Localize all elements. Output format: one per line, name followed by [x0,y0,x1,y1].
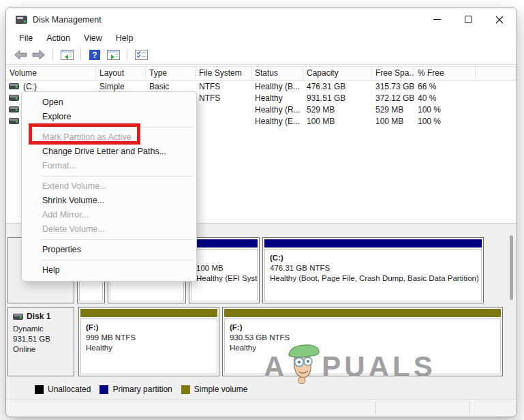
primary-partition-swatch [99,385,108,394]
volume-layout: Simple [96,82,146,91]
partition-size: 930.53 GB NTFS [230,333,500,343]
action-pane-icon [107,50,120,60]
status-bar-divider [375,402,376,415]
partition-color-bar [224,309,501,317]
disk-0-partition-c[interactable]: (C:) 476.31 GB NTFS Healthy (Boot, Page … [262,237,484,303]
volume-pct-free: 100 % [414,117,476,126]
partition-name: (F:) [230,322,500,333]
legend-label: Primary partition [112,385,172,394]
partition-name: (F:) [86,322,217,333]
scrollbar-thumb[interactable] [510,235,513,300]
volume-type: Basic [146,82,196,91]
column-header-file-system[interactable]: File System [196,67,251,80]
context-menu-help[interactable]: Help [22,263,196,278]
customize-view-icon [135,50,148,60]
menu-view[interactable]: View [77,33,109,43]
forward-arrow-icon [32,50,46,60]
context-menu-format[interactable]: Format... [22,159,196,173]
disk-0-partition-efi[interactable]: 100 MB Healthy (EFI System Partition) [189,237,260,303]
partition-color-bar [80,309,217,317]
help-button[interactable]: ? [87,47,102,62]
toolbar-separator [52,48,53,61]
volume-icon [9,95,19,101]
context-menu-change-drive-letter[interactable]: Change Drive Letter and Paths... [22,145,196,159]
volume-free-space: 372.12 GB [372,93,414,103]
help-icon: ? [89,50,100,60]
volume-icon [9,83,19,89]
disk-management-app-icon [16,16,27,24]
console-tree-button[interactable] [59,47,74,62]
volume-capacity: 476.31 GB [303,82,372,91]
column-header-type[interactable]: Type [146,67,196,80]
toolbar-separator [127,48,127,61]
customize-view-button[interactable] [134,47,149,62]
partition-color-bar [264,239,482,247]
titlebar: Disk Management [6,7,517,31]
column-header-pct-free[interactable]: % Free [414,67,476,80]
maximize-button[interactable] [452,7,484,31]
context-menu-separator [41,176,194,177]
column-header-layout[interactable]: Layout [96,67,146,80]
back-button[interactable] [13,47,28,62]
unallocated-swatch [35,385,44,394]
volume-free-space: 529 MB [372,105,414,115]
partition-size: 999 MB NTFS [86,333,217,343]
volume-file-system: NTFS [196,93,251,103]
volume-context-menu: Open Explore Mark Partition as Active Ch… [21,91,197,282]
partition-size: 100 MB [196,263,257,273]
volume-row-c[interactable]: (C:) Simple Basic NTFS Healthy (B... 476… [6,80,517,92]
context-menu-shrink-volume[interactable]: Shrink Volume... [22,194,196,208]
partition-status: Healthy (Boot, Page File, Crash Dump, Ba… [270,273,481,284]
legend-label: Simple volume [194,385,248,394]
volume-capacity: 529 MB [303,105,372,115]
close-button[interactable] [484,7,515,31]
status-bar [6,399,517,417]
context-menu-explore[interactable]: Explore [22,110,196,124]
forward-button[interactable] [31,47,46,62]
volume-pct-free: 100 % [414,105,476,115]
menu-file[interactable]: File [12,33,40,43]
legend-item-simple-volume: Simple volume [181,385,248,394]
context-menu-add-mirror[interactable]: Add Mirror... [22,208,196,222]
volume-status: Healthy [251,93,303,103]
action-pane-button[interactable] [106,47,121,62]
menu-action[interactable]: Action [40,33,77,43]
context-menu-open[interactable]: Open [22,95,196,110]
maximize-icon [465,16,472,23]
disk-type: Dynamic [13,324,74,334]
column-header-volume[interactable]: Volume [6,67,96,80]
disk-1-partition-f1[interactable]: (F:) 999 MB NTFS Healthy [78,307,219,376]
volume-status: Healthy (E... [251,117,303,126]
volume-free-space: 315.73 GB [372,82,414,91]
vertical-scrollbar[interactable] [507,224,516,400]
disk-management-window: Disk Management File Action View Help [5,7,517,417]
menu-help[interactable]: Help [109,33,140,43]
volume-pct-free: 66 % [414,82,476,91]
minimize-icon [433,19,441,20]
disk-1-label[interactable]: Disk 1 Dynamic 931.51 GB Online [7,307,74,376]
context-menu-mark-partition-as-active[interactable]: Mark Partition as Active [22,130,196,145]
partition-legend: Unallocated Primary partition Simple vol… [35,383,247,395]
window-title: Disk Management [33,15,102,25]
volume-file-system: NTFS [196,82,251,91]
column-header-capacity[interactable]: Capacity [303,67,372,80]
simple-volume-swatch [181,385,190,394]
disk-size: 931.51 GB [13,334,74,344]
column-header-status[interactable]: Status [251,67,303,80]
column-header-free-space[interactable]: Free Spa... [372,67,414,80]
menu-bar: File Action View Help [6,31,517,45]
volume-table-header: Volume Layout Type File System Status Ca… [6,66,517,80]
legend-label: Unallocated [48,385,91,394]
column-header-blank [476,67,517,80]
context-menu-properties[interactable]: Properties [22,243,196,257]
partition-status: Healthy [230,343,500,353]
toolbar: ? [6,45,517,65]
context-menu-extend-volume[interactable]: Extend Volume... [22,179,196,194]
context-menu-delete-volume[interactable]: Delete Volume... [22,222,196,237]
volume-free-space: 100 MB [372,117,414,126]
legend-item-unallocated: Unallocated [35,385,91,394]
minimize-button[interactable] [421,7,452,31]
volume-name: (C:) [23,82,37,91]
partition-size: 476.31 GB NTFS [270,263,481,273]
disk-1-partition-f2[interactable]: (F:) 930.53 GB NTFS Healthy [222,307,503,376]
